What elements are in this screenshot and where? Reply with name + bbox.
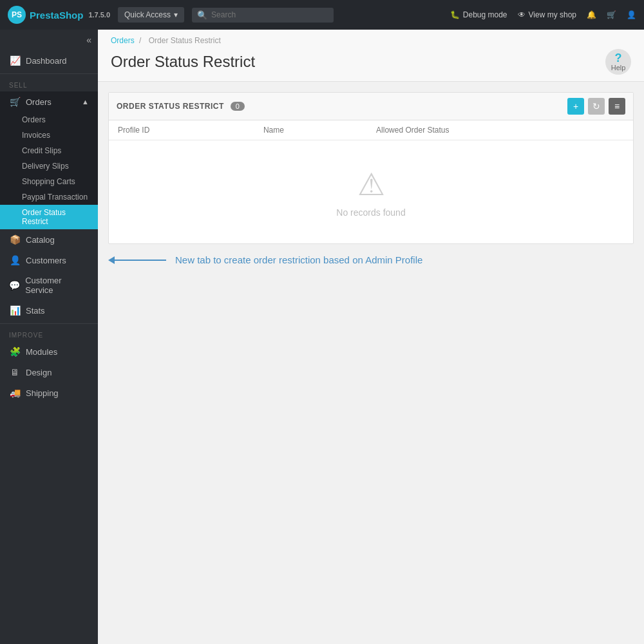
sidebar-collapse-area: « xyxy=(0,30,98,50)
sidebar-item-stats[interactable]: 📊 Stats xyxy=(0,300,98,321)
search-icon: 🔍 xyxy=(197,10,207,20)
eye-icon: 👁 xyxy=(518,10,526,19)
bell-icon: 🔔 xyxy=(587,10,596,19)
sidebar-item-label: Stats xyxy=(26,306,45,316)
annotation-arrow-area xyxy=(108,256,166,264)
sidebar-item-orders[interactable]: 🛒 Orders ▲ xyxy=(0,91,98,112)
brand-name: PrestaShop xyxy=(30,10,83,21)
collapse-icon[interactable]: « xyxy=(86,35,91,45)
sidebar-sub-delivery-slips[interactable]: Delivery Slips xyxy=(0,158,98,174)
shipping-icon: 🚚 xyxy=(9,388,21,398)
quick-access-label: Quick Access xyxy=(124,10,171,19)
sidebar-item-dashboard[interactable]: 📈 Dashboard xyxy=(0,50,98,71)
sidebar-item-label: Modules xyxy=(26,347,57,357)
page-title-row: Order Status Restrict ? Help xyxy=(111,49,631,81)
brand-logo-area: PS PrestaShop 1.7.5.0 xyxy=(8,6,110,24)
customers-icon: 👤 xyxy=(9,255,21,265)
sidebar-item-label: Design xyxy=(26,368,52,377)
debug-mode-label: Debug mode xyxy=(463,10,507,19)
annotation-text: New tab to create order restriction base… xyxy=(175,254,422,265)
sidebar-item-catalog[interactable]: 📦 Catalog xyxy=(0,229,98,250)
nav-right-area: 🐛 Debug mode 👁 View my shop 🔔 🛒 👤 xyxy=(450,10,636,19)
help-question-icon: ? xyxy=(615,52,622,64)
user-button[interactable]: 👤 xyxy=(627,10,636,19)
brand-icon: PS xyxy=(8,6,26,24)
orders-icon: 🛒 xyxy=(9,97,21,107)
chevron-down-icon: ▾ xyxy=(174,10,178,19)
table-title: ORDER STATUS RESTRICT xyxy=(117,102,224,111)
sidebar-sub-paypal[interactable]: Paypal Transaction xyxy=(0,189,98,205)
design-icon: 🖥 xyxy=(9,367,21,377)
sidebar-item-label: Customers xyxy=(26,256,66,265)
table-section: ORDER STATUS RESTRICT 0 + ↻ ≡ Profile ID… xyxy=(108,92,634,244)
sidebar-item-customer-service[interactable]: 💬 Customer Service xyxy=(0,270,98,300)
col-allowed-order-status: Allowed Order Status xyxy=(367,120,633,140)
sidebar-item-label: Customer Service xyxy=(25,276,89,295)
sidebar-item-customers[interactable]: 👤 Customers xyxy=(0,250,98,270)
sidebar-sub-shopping-carts[interactable]: Shopping Carts xyxy=(0,174,98,189)
page-header: Orders / Order Status Restrict Order Sta… xyxy=(98,30,644,82)
sidebar-sub-orders[interactable]: Orders xyxy=(0,112,98,128)
help-button[interactable]: ? Help xyxy=(605,49,631,75)
warning-triangle-icon: ⚠ xyxy=(135,166,607,202)
more-button[interactable]: ≡ xyxy=(609,98,625,115)
sidebar-item-modules[interactable]: 🧩 Modules xyxy=(0,341,98,362)
refresh-button[interactable]: ↻ xyxy=(588,98,605,115)
sidebar-item-shipping[interactable]: 🚚 Shipping xyxy=(0,383,98,403)
empty-text: No records found xyxy=(135,207,607,218)
sidebar-sub-credit-slips[interactable]: Credit Slips xyxy=(0,143,98,158)
bug-icon: 🐛 xyxy=(450,10,460,19)
debug-mode-button[interactable]: 🐛 Debug mode xyxy=(450,10,507,19)
data-table: Profile ID Name Allowed Order Status ⚠ N… xyxy=(109,120,633,243)
main-layout: « 📈 Dashboard SELL 🛒 Orders ▲ Orders Inv… xyxy=(0,30,644,644)
orders-chevron-icon: ▲ xyxy=(82,98,89,106)
sidebar: « 📈 Dashboard SELL 🛒 Orders ▲ Orders Inv… xyxy=(0,30,98,644)
col-name: Name xyxy=(254,120,367,140)
sidebar-item-design[interactable]: 🖥 Design xyxy=(0,362,98,383)
search-input[interactable] xyxy=(211,10,328,19)
help-label: Help xyxy=(611,64,626,71)
col-profile-id: Profile ID xyxy=(109,120,254,140)
sidebar-item-label: Catalog xyxy=(26,235,55,245)
annotation-wrapper: New tab to create order restriction base… xyxy=(108,254,634,265)
sidebar-item-label: Dashboard xyxy=(26,56,67,66)
sidebar-item-label: Shipping xyxy=(26,388,59,398)
sidebar-sub-invoices[interactable]: Invoices xyxy=(0,128,98,143)
add-record-button[interactable]: + xyxy=(567,98,584,115)
version-label: 1.7.5.0 xyxy=(88,11,110,19)
table-actions: + ↻ ≡ xyxy=(567,98,625,115)
view-shop-label: View my shop xyxy=(529,10,576,19)
stats-icon: 📊 xyxy=(9,305,21,316)
breadcrumb-current: Order Status Restrict xyxy=(149,36,221,45)
breadcrumb-orders-link[interactable]: Orders xyxy=(111,36,135,45)
arrow-head-icon xyxy=(108,256,115,264)
quick-access-button[interactable]: Quick Access ▾ xyxy=(118,7,184,23)
content-area: Orders / Order Status Restrict Order Sta… xyxy=(98,30,644,644)
notifications-button[interactable]: 🔔 xyxy=(587,10,596,19)
dashboard-icon: 📈 xyxy=(9,55,21,66)
orders-group: 🛒 Orders ▲ Orders Invoices Credit Slips … xyxy=(0,91,98,229)
sidebar-item-label: Orders xyxy=(26,97,52,107)
top-navigation: PS PrestaShop 1.7.5.0 Quick Access ▾ 🔍 🐛… xyxy=(0,0,644,30)
sidebar-section-improve: IMPROVE xyxy=(0,323,98,341)
table-count-badge: 0 xyxy=(231,102,245,111)
catalog-icon: 📦 xyxy=(9,234,21,245)
view-shop-button[interactable]: 👁 View my shop xyxy=(518,10,576,19)
breadcrumb-separator: / xyxy=(139,36,144,45)
sidebar-sub-order-status-restrict[interactable]: Order Status Restrict xyxy=(0,205,98,229)
search-box: 🔍 xyxy=(192,8,334,23)
user-icon: 👤 xyxy=(627,10,636,19)
page-title: Order Status Restrict xyxy=(111,53,255,71)
breadcrumb: Orders / Order Status Restrict xyxy=(111,36,631,45)
modules-icon: 🧩 xyxy=(9,346,21,357)
arrow-line xyxy=(115,260,166,261)
sidebar-section-sell: SELL xyxy=(0,73,98,91)
cart-icon: 🛒 xyxy=(607,10,616,19)
customer-service-icon: 💬 xyxy=(9,280,20,290)
cart-button[interactable]: 🛒 xyxy=(607,10,616,19)
empty-state: ⚠ No records found xyxy=(109,140,633,243)
table-header: ORDER STATUS RESTRICT 0 + ↻ ≡ xyxy=(109,93,633,120)
